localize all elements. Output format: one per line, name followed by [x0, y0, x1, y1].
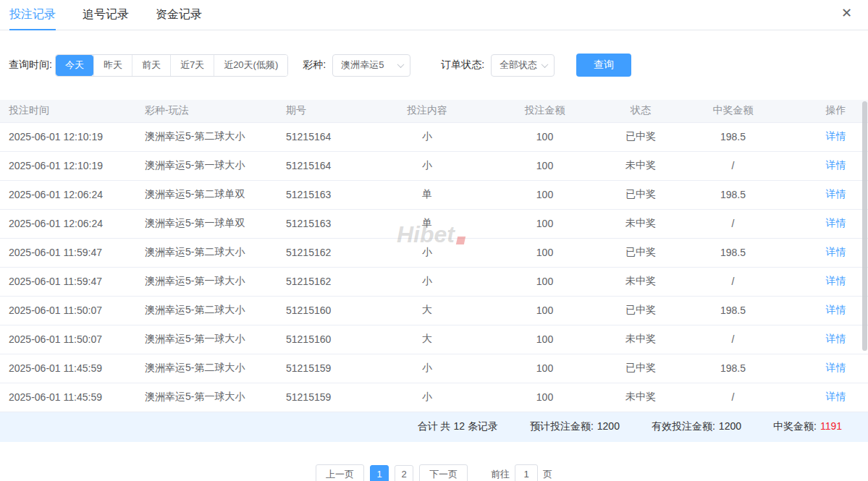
detail-link[interactable]: 详情 [826, 391, 846, 402]
bet-time-cell: 2025-06-01 11:45:59 [0, 383, 138, 412]
win-amount-cell: 198.5 [662, 180, 804, 209]
bet-time-cell: 2025-06-01 12:06:24 [0, 209, 138, 238]
action-cell: 详情 [804, 325, 868, 354]
tab-bet-records[interactable]: 投注记录 [9, 0, 56, 30]
detail-link[interactable]: 详情 [826, 217, 846, 229]
bet-amount-cell: 100 [471, 325, 619, 354]
status-cell: 未中奖 [619, 151, 662, 180]
game-play-cell: 澳洲幸运5-第一球大小 [138, 325, 279, 354]
order-status-select[interactable]: 全部状态 [491, 54, 555, 77]
action-cell: 详情 [804, 180, 868, 209]
detail-link[interactable]: 详情 [826, 159, 846, 171]
table-row: 2025-06-01 12:06:24澳洲幸运5-第一球单双51215163单1… [0, 209, 868, 238]
query-button[interactable]: 查询 [576, 54, 631, 77]
table-row: 2025-06-01 11:45:59澳洲幸运5-第一球大小51215159小1… [0, 383, 868, 412]
detail-link[interactable]: 详情 [826, 304, 846, 315]
win-amount-cell: / [662, 325, 804, 354]
summary-win-value: 1191 [820, 420, 842, 433]
table-row: 2025-06-01 11:50:07澳洲幸运5-第一球大小51215160大1… [0, 325, 868, 354]
summary-expected-label: 预计投注金额: [530, 420, 594, 433]
action-cell: 详情 [804, 383, 868, 412]
table-row: 2025-06-01 11:50:07澳洲幸运5-第二球大小51215160大1… [0, 296, 868, 325]
page-numbers: 12 [370, 465, 413, 481]
summary-expected: 预计投注金额: 1200 [530, 420, 620, 433]
bet-content-cell: 小 [384, 267, 471, 296]
summary-bar: 合计 共 12 条记录 预计投注金额: 1200 有效投注金额: 1200 中奖… [0, 412, 868, 442]
tabs: 投注记录追号记录资金记录 [0, 0, 868, 30]
detail-link[interactable]: 详情 [826, 130, 846, 142]
scrollbar[interactable] [862, 101, 867, 351]
game-play-cell: 澳洲幸运5-第二球大小 [138, 122, 279, 151]
summary-expected-value: 1200 [597, 420, 620, 433]
issue-cell: 51215162 [279, 238, 384, 267]
summary-total: 合计 共 12 条记录 [418, 420, 498, 433]
summary-valid-value: 1200 [719, 420, 741, 433]
win-amount-cell: / [662, 267, 804, 296]
time-filter-20days[interactable]: 近20天(低频) [214, 55, 287, 76]
detail-link[interactable]: 详情 [826, 188, 846, 200]
status-cell: 已中奖 [619, 180, 662, 209]
page-number-2[interactable]: 2 [395, 465, 413, 481]
action-cell: 详情 [804, 122, 868, 151]
bet-amount-cell: 100 [471, 209, 619, 238]
action-cell: 详情 [804, 238, 868, 267]
game-play-cell: 澳洲幸运5-第一球单双 [138, 209, 279, 238]
time-filter-yesterday[interactable]: 昨天 [93, 55, 132, 76]
bet-time-cell: 2025-06-01 12:10:19 [0, 151, 138, 180]
column-header-3: 投注内容 [384, 100, 471, 122]
status-cell: 未中奖 [619, 267, 662, 296]
time-filter-7days[interactable]: 近7天 [170, 55, 214, 76]
bet-time-cell: 2025-06-01 11:50:07 [0, 296, 138, 325]
bet-content-cell: 小 [384, 238, 471, 267]
next-page-button[interactable]: 下一页 [419, 464, 468, 481]
bet-content-cell: 小 [384, 354, 471, 383]
chevron-down-icon [542, 61, 549, 68]
column-header-0: 投注时间 [0, 100, 138, 122]
bet-content-cell: 大 [384, 325, 471, 354]
bet-time-cell: 2025-06-01 12:10:19 [0, 122, 138, 151]
status-cell: 未中奖 [619, 209, 662, 238]
chevron-down-icon [397, 61, 405, 68]
bet-amount-cell: 100 [471, 151, 619, 180]
summary-win-label: 中奖金额: [773, 420, 817, 433]
issue-cell: 51215163 [279, 209, 384, 238]
bet-amount-cell: 100 [471, 383, 619, 412]
column-header-7: 操作 [804, 100, 868, 122]
bet-content-cell: 小 [384, 151, 471, 180]
filter-bar: 查询时间: 今天昨天前天近7天近20天(低频) 彩种: 澳洲幸运5 订单状态: … [9, 54, 868, 77]
goto-page-input[interactable] [515, 464, 538, 481]
table-row: 2025-06-01 11:59:47澳洲幸运5-第二球大小51215162小1… [0, 238, 868, 267]
bet-content-cell: 小 [384, 383, 471, 412]
detail-link[interactable]: 详情 [826, 275, 846, 286]
tab-bar: 投注记录追号记录资金记录 ✕ [0, 0, 868, 30]
issue-cell: 51215159 [279, 383, 384, 412]
order-status-label: 订单状态: [441, 59, 484, 72]
game-play-cell: 澳洲幸运5-第一球大小 [138, 151, 279, 180]
table-header-row: 投注时间彩种-玩法期号投注内容投注金额状态中奖金额操作 [0, 100, 868, 122]
status-cell: 已中奖 [619, 238, 662, 267]
detail-link[interactable]: 详情 [826, 246, 846, 257]
bet-time-cell: 2025-06-01 11:45:59 [0, 354, 138, 383]
detail-link[interactable]: 详情 [826, 333, 846, 344]
action-cell: 详情 [804, 354, 868, 383]
time-filter-today[interactable]: 今天 [56, 55, 93, 76]
close-icon[interactable]: ✕ [841, 7, 852, 20]
time-filter-day-before[interactable]: 前天 [132, 55, 170, 76]
bet-records-window: 投注记录追号记录资金记录 ✕ 查询时间: 今天昨天前天近7天近20天(低频) 彩… [0, 0, 868, 481]
tab-chase-records[interactable]: 追号记录 [83, 0, 129, 30]
table-row: 2025-06-01 12:06:24澳洲幸运5-第二球单双51215163单1… [0, 180, 868, 209]
issue-cell: 51215162 [279, 267, 384, 296]
tab-fund-records[interactable]: 资金记录 [156, 0, 202, 30]
bet-content-cell: 大 [384, 296, 471, 325]
bet-amount-cell: 100 [471, 238, 619, 267]
action-cell: 详情 [804, 209, 868, 238]
summary-valid: 有效投注金额: 1200 [652, 420, 741, 433]
lottery-select[interactable]: 澳洲幸运5 [332, 54, 410, 77]
prev-page-button[interactable]: 上一页 [316, 464, 364, 481]
bet-time-cell: 2025-06-01 11:59:47 [0, 267, 138, 296]
bet-time-cell: 2025-06-01 11:59:47 [0, 238, 138, 267]
goto-label: 前往 [491, 468, 510, 481]
page-number-1[interactable]: 1 [370, 465, 389, 481]
table-row: 2025-06-01 12:10:19澳洲幸运5-第一球大小51215164小1… [0, 151, 868, 180]
detail-link[interactable]: 详情 [826, 362, 846, 373]
